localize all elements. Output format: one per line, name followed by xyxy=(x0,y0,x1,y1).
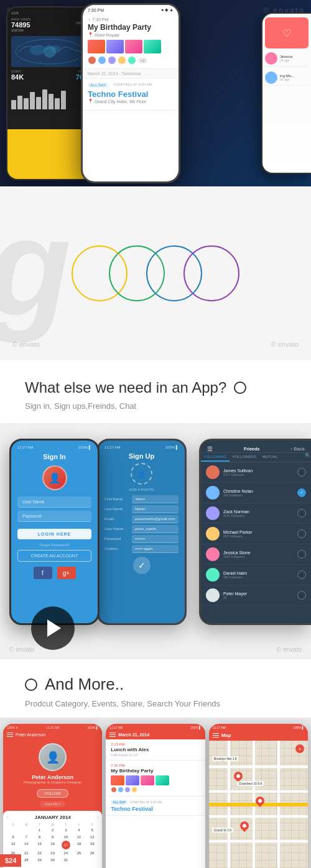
signup-password: Password •••••••• xyxy=(104,535,179,543)
back-arrow-icon[interactable]: ‹ Back xyxy=(290,446,305,452)
login-button[interactable]: LOGIN HERE xyxy=(17,529,91,539)
page-views-value: 74895 xyxy=(11,21,30,29)
friend-name-daniel: Daniel Halm xyxy=(223,571,297,575)
cal-day-12[interactable]: 12 xyxy=(86,834,98,840)
cal-day-14[interactable]: 14 xyxy=(20,841,32,849)
mini-event-birthday: 7:30 PM My Birthday Party xyxy=(106,761,205,797)
cal-day-3[interactable]: 3 xyxy=(60,827,72,833)
cal-day-today[interactable]: 17 xyxy=(62,841,70,849)
friend-check-christine[interactable]: ✓ xyxy=(297,488,306,497)
cal-day-16[interactable]: 16 xyxy=(47,841,59,849)
more-info-button[interactable]: more info > xyxy=(40,801,65,807)
tab-mutual[interactable]: MUTUAL xyxy=(259,453,281,462)
map-close-button[interactable]: × xyxy=(295,744,304,753)
events-status-bar: 11:27 AM 100% ▌ xyxy=(106,724,205,731)
follow-button[interactable]: FOLLOW xyxy=(37,789,68,798)
tab-following[interactable]: FOLLOWING xyxy=(201,453,230,462)
venn-diagram xyxy=(72,245,239,301)
map-status-battery: 100% ▌ xyxy=(293,726,304,729)
profile-status-bar: 100% ✦ 11:27 AM 100% ▌ xyxy=(3,724,102,731)
cal-day-29[interactable]: 29 xyxy=(33,857,45,863)
cal-day-23[interactable]: 23 xyxy=(47,850,59,856)
app-screens-section: 11:27 AM 100% ▌ Sign In 👤 User Name Pass… xyxy=(0,423,311,659)
cal-day-11[interactable]: 11 xyxy=(73,834,85,840)
cal-day-21[interactable]: 21 xyxy=(20,850,32,856)
right-heart-card: ♡ xyxy=(265,17,309,48)
cal-day-13[interactable]: 13 xyxy=(7,841,19,849)
play-button[interactable] xyxy=(31,606,75,650)
events-hamburger-icon[interactable] xyxy=(109,733,116,737)
profile-time: 11:27 AM xyxy=(46,726,59,729)
friend-item-daniel[interactable]: Daniel Halm 990 Followers ○ xyxy=(201,565,311,585)
add-photo-label: ADD A PHOTO xyxy=(104,488,179,491)
cal-day-31[interactable]: 31 xyxy=(60,857,72,863)
cal-day-30[interactable]: 30 xyxy=(47,857,59,863)
add-photo-circle[interactable]: 👤 xyxy=(131,463,152,485)
cal-day-19[interactable]: 19 xyxy=(86,841,98,849)
cal-day-8[interactable]: 8 xyxy=(33,834,45,840)
map-hamburger-icon[interactable] xyxy=(213,733,219,738)
friend-item-zack[interactable]: Zack Norman 3041 Followers ○ xyxy=(201,503,311,524)
profile-avatar: 👤 xyxy=(39,743,67,771)
cal-day-25[interactable]: 25 xyxy=(73,850,85,856)
cal-day-4[interactable]: 4 xyxy=(73,827,85,833)
cal-day-28[interactable]: 28 xyxy=(20,857,32,863)
friend-name-peter: Peter Mayer xyxy=(223,592,297,596)
cal-next-icon[interactable]: › xyxy=(97,815,99,820)
cal-day-26[interactable]: 26 xyxy=(86,850,98,856)
friend-item-michael[interactable]: Michael Parker 843 Followers ○ xyxy=(201,524,311,544)
friend-item-james[interactable]: James Sullivan 3117 Followers ○ xyxy=(201,462,311,483)
friend-check-daniel[interactable]: ○ xyxy=(297,570,306,579)
signup-battery: 105% ▌ xyxy=(165,445,179,449)
cal-day-5[interactable]: 5 xyxy=(86,827,98,833)
friend-item-peter[interactable]: Peter Mayer 15 ○ xyxy=(201,585,311,606)
right-list-jessica: Jessica 2h ago xyxy=(265,51,309,66)
friend-check-peter[interactable]: ○ xyxy=(297,591,306,600)
mini-photo-3 xyxy=(141,775,154,785)
friend-check-jessica[interactable]: ○ xyxy=(297,550,306,559)
search-icon[interactable]: 🔍 xyxy=(305,453,311,462)
hamburger-icon[interactable] xyxy=(7,733,13,737)
cal-day-6[interactable]: 6 xyxy=(7,834,19,840)
cal-day-9[interactable]: 9 xyxy=(47,834,59,840)
friend-check-michael[interactable]: ○ xyxy=(297,529,306,538)
visitors-label: VISITOR xyxy=(11,29,30,32)
cal-day-1[interactable]: 1 xyxy=(33,827,45,833)
cal-prev-icon[interactable]: ‹ xyxy=(7,815,9,820)
map-area[interactable]: Brooklyn Net 1.8 Chambers St 8.8 Grand S… xyxy=(209,741,308,868)
friend-avatar-james xyxy=(206,465,220,479)
what-else-subtitle: Sign in, Sign ups,Freinds, Chat xyxy=(25,401,286,411)
tab-followers[interactable]: FOLLOWERS xyxy=(230,453,259,462)
what-else-section: What else we need in an App? Sign in, Si… xyxy=(0,360,311,423)
password-field[interactable]: Password xyxy=(17,511,91,522)
mini-event-location-1: Cafe Royale 12 3.8 xyxy=(111,753,200,757)
cal-day-7[interactable]: 7 xyxy=(20,834,32,840)
forgot-password[interactable]: Forgot Password? xyxy=(39,543,70,547)
cal-day-2[interactable]: 2 xyxy=(47,827,59,833)
friend-avatar-michael xyxy=(206,527,220,541)
create-account-button[interactable]: CREATE AN ACCOUNT xyxy=(17,550,91,562)
signin-avatar: 👤 xyxy=(42,465,67,490)
signin-battery: 100% ▌ xyxy=(78,445,91,449)
friend-item-jessica[interactable]: Jessica Stone 1245 Followers ○ xyxy=(201,544,311,565)
friend-check-james[interactable]: ○ xyxy=(297,468,306,477)
facebook-button[interactable]: f xyxy=(34,567,52,579)
cal-day-18[interactable]: 18 xyxy=(73,841,85,849)
signup-first-name: First Name Jason xyxy=(104,495,179,503)
friend-check-zack[interactable]: ○ xyxy=(297,509,306,518)
mini-event-title-2: My Birthday Party xyxy=(111,768,200,774)
friend-item-christine[interactable]: Christine Nolan 140 Followers ✓ xyxy=(201,483,311,503)
checkmark-icon[interactable]: ✓ xyxy=(133,557,151,574)
google-plus-button[interactable]: g+ xyxy=(57,567,76,579)
cal-day-22[interactable]: 22 xyxy=(33,850,45,856)
event-location-1: 📍 Hotel Royale xyxy=(88,32,174,37)
cal-day-24[interactable]: 24 xyxy=(60,850,72,856)
cal-day-15[interactable]: 15 xyxy=(33,841,45,849)
friend-name-michael: Michael Parker xyxy=(223,530,297,534)
friends-phone: ☰ Friends ‹ Back FOLLOWING FOLLOWERS MUT… xyxy=(199,439,311,625)
mini-event-photos xyxy=(111,775,200,785)
username-field[interactable]: User Name xyxy=(17,496,91,508)
signup-confirm-check: ✓ xyxy=(104,557,179,574)
cal-day-10[interactable]: 10 xyxy=(60,834,72,840)
map-nav: Map xyxy=(209,731,308,741)
